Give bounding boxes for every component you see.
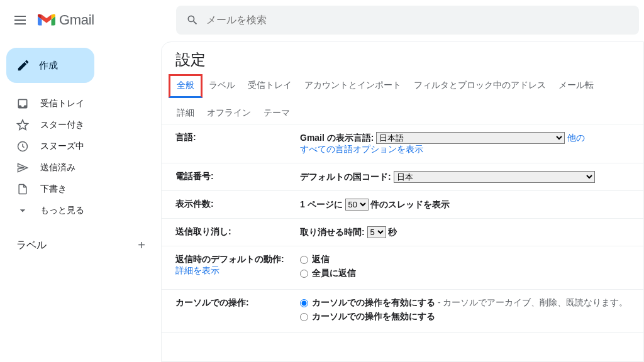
sidebar-item-label: もっと見る — [40, 205, 84, 216]
pencil-icon — [16, 58, 30, 72]
undo-prefix: 取り消せる時間: — [300, 227, 365, 237]
tab-general[interactable]: 全般 — [169, 74, 203, 98]
gmail-icon — [38, 13, 55, 27]
tab-offline[interactable]: オフライン — [201, 104, 257, 124]
sidebar: 作成 受信トレイ スター付き スヌーズ中 送信済み — [0, 40, 161, 362]
app-name: Gmail — [59, 12, 94, 28]
sidebar-item-label: 下書き — [40, 184, 67, 195]
sidebar-item-drafts[interactable]: 下書き — [0, 178, 161, 200]
page-size-suffix: 件のスレッドを表示 — [370, 199, 450, 209]
clock-icon — [16, 140, 29, 153]
labels-title: ラベル — [16, 239, 47, 252]
hamburger-icon — [14, 16, 26, 25]
tab-advanced[interactable]: 詳細 — [170, 104, 201, 124]
setting-label: 返信時のデフォルトの動作: — [175, 254, 284, 264]
sidebar-item-starred[interactable]: スター付き — [0, 114, 161, 136]
sidebar-item-label: スヌーズ中 — [40, 141, 84, 152]
tab-labels[interactable]: ラベル — [203, 76, 242, 96]
compose-label: 作成 — [39, 60, 58, 72]
tab-accounts[interactable]: アカウントとインポート — [298, 76, 408, 96]
add-label-button[interactable]: + — [133, 237, 150, 253]
default-country-code-label: デフォルトの国コード: — [300, 172, 391, 182]
show-all-languages-link[interactable]: すべての言語オプションを表示 — [300, 144, 423, 154]
sidebar-item-label: 送信済み — [40, 162, 75, 173]
compose-button[interactable]: 作成 — [6, 48, 94, 83]
hover-disable-radio[interactable] — [300, 313, 308, 321]
file-icon — [16, 183, 29, 195]
reply-option-label: 返信 — [312, 254, 330, 265]
page-size-select[interactable]: 50 — [345, 199, 369, 211]
setting-row-reply: 返信時のデフォルトの動作: 詳細を表示 返信 全員に返信 — [162, 246, 643, 290]
inbox-icon — [16, 97, 29, 110]
undo-suffix: 秒 — [388, 227, 397, 237]
settings-panel: 設定 全般 ラベル 受信トレイ アカウントとインポート フィルタとブロック中のア… — [161, 41, 644, 362]
page-size-prefix: 1 ページに — [300, 199, 343, 209]
search-icon — [186, 14, 199, 26]
hover-option-label: カーソルでの操作を無効にする — [312, 311, 435, 322]
settings-tabs: 全般 ラベル 受信トレイ アカウントとインポート フィルタとブロック中のアドレス… — [162, 76, 643, 124]
sidebar-item-sent[interactable]: 送信済み — [0, 157, 161, 178]
setting-label: 言語: — [162, 124, 294, 163]
setting-row-language: 言語: Gmail の表示言語: 日本語 他の すべての言語オプションを表示 — [162, 124, 643, 163]
sidebar-item-snoozed[interactable]: スヌーズ中 — [0, 136, 161, 157]
star-icon — [16, 119, 29, 131]
sidebar-item-label: 受信トレイ — [40, 98, 84, 109]
setting-label: カーソルでの操作: — [162, 290, 294, 333]
reply-radio[interactable] — [300, 256, 308, 264]
sidebar-item-label: スター付き — [40, 119, 84, 131]
hover-option-hint: - カーソルでアーカイブ、削除、既読なります。 — [435, 297, 628, 307]
search-button[interactable] — [180, 8, 205, 33]
display-language-select[interactable]: 日本語 — [376, 132, 565, 144]
setting-label: 表示件数: — [162, 191, 294, 219]
sidebar-item-inbox[interactable]: 受信トレイ — [0, 93, 161, 114]
setting-row-undo: 送信取り消し: 取り消せる時間: 5 秒 — [162, 219, 643, 246]
setting-row-phone: 電話番号: デフォルトの国コード: 日本 — [162, 163, 643, 191]
default-country-code-select[interactable]: 日本 — [394, 171, 595, 183]
chevron-down-icon — [16, 204, 29, 217]
setting-label: 電話番号: — [162, 163, 294, 191]
plus-icon: + — [138, 238, 145, 252]
hover-option-label: カーソルでの操作を有効にする — [312, 297, 435, 307]
search-bar[interactable] — [176, 6, 639, 35]
tab-forwarding[interactable]: メール転 — [552, 76, 600, 96]
tab-inbox[interactable]: 受信トレイ — [242, 76, 298, 96]
setting-label: 送信取り消し: — [162, 219, 294, 246]
labels-section-header: ラベル + — [0, 234, 161, 256]
undo-time-select[interactable]: 5 — [367, 226, 386, 238]
settings-table: 言語: Gmail の表示言語: 日本語 他の すべての言語オプションを表示 電… — [162, 124, 643, 333]
setting-row-page-size: 表示件数: 1 ページに 50 件のスレッドを表示 — [162, 191, 643, 219]
settings-title: 設定 — [162, 50, 643, 76]
sidebar-item-more[interactable]: もっと見る — [0, 200, 161, 221]
tab-themes[interactable]: テーマ — [257, 104, 296, 124]
reply-option-label: 全員に返信 — [312, 268, 356, 279]
send-icon — [16, 162, 29, 174]
app-header: Gmail — [0, 0, 644, 40]
hover-enable-radio[interactable] — [300, 299, 308, 307]
app-logo[interactable]: Gmail — [38, 12, 157, 28]
tab-filters[interactable]: フィルタとブロック中のアドレス — [408, 76, 552, 96]
other-language-link[interactable]: 他の — [567, 133, 585, 143]
reply-all-radio[interactable] — [300, 270, 308, 278]
main-menu-button[interactable] — [5, 5, 35, 35]
reply-detail-link[interactable]: 詳細を表示 — [175, 265, 219, 275]
setting-row-hover: カーソルでの操作: カーソルでの操作を有効にする - カーソルでアーカイブ、削除… — [162, 290, 643, 333]
search-input[interactable] — [205, 14, 635, 26]
display-language-label: Gmail の表示言語: — [300, 133, 374, 143]
